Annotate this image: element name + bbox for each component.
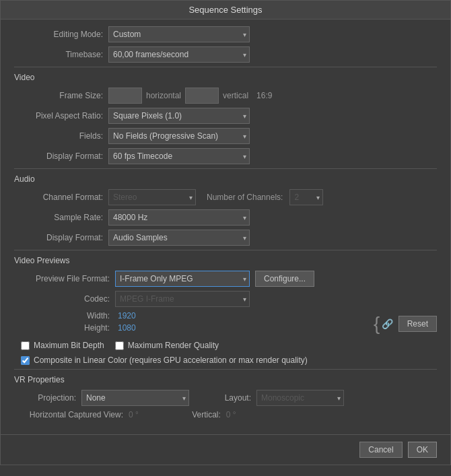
composite-linear-label: Composite in Linear Color (requires GPU … <box>34 355 308 365</box>
codec-row: Codec: MPEG I-Frame <box>14 291 437 307</box>
codec-select: MPEG I-Frame <box>115 291 250 307</box>
horizontal-captured-value: 0 ° <box>129 410 139 419</box>
fields-select[interactable]: No Fields (Progressive Scan) <box>108 128 250 144</box>
audio-section-header: Audio <box>14 168 437 186</box>
link-chain-icon: 🔗 <box>382 318 393 329</box>
horizontal-label: horizontal <box>142 91 185 100</box>
num-channels-select: 2 <box>289 189 323 205</box>
pixel-aspect-select[interactable]: Square Pixels (1.0) <box>108 108 250 124</box>
timebase-select[interactable]: 60,00 frames/second <box>108 46 250 63</box>
video-display-format-row: Display Format: 60 fps Timecode <box>14 148 437 164</box>
max-bit-depth-checkbox[interactable] <box>21 341 30 350</box>
pixel-aspect-select-wrapper[interactable]: Square Pixels (1.0) <box>108 108 250 124</box>
timebase-label: Timebase: <box>14 50 108 59</box>
preview-file-format-select[interactable]: I-Frame Only MPEG <box>115 271 250 287</box>
audio-display-format-select[interactable]: Audio Samples <box>108 230 250 246</box>
frame-size-label: Frame Size: <box>14 91 108 100</box>
title-bar: Sequence Settings <box>1 1 450 20</box>
link-bracket-area: } 🔗 Reset <box>374 311 437 337</box>
codec-label: Codec: <box>14 294 115 304</box>
configure-button[interactable]: Configure... <box>255 271 314 287</box>
vertical-label: vertical <box>219 91 252 100</box>
video-previews-section-header: Video Previews <box>14 250 437 268</box>
sample-rate-select[interactable]: 48000 Hz <box>108 209 250 226</box>
preview-file-format-row: Preview File Format: I-Frame Only MPEG C… <box>14 271 437 287</box>
preview-height-row: Height: 1080 <box>14 323 367 333</box>
pixel-aspect-label: Pixel Aspect Ratio: <box>14 111 108 121</box>
layout-select-wrapper: Monoscopic <box>256 390 344 406</box>
bracket-icon: } <box>374 314 380 333</box>
preview-height-value: 1080 <box>115 323 139 333</box>
max-bit-depth-label: Maximum Bit Depth <box>34 341 104 350</box>
layout-label: Layout: <box>203 393 256 403</box>
preview-file-format-select-wrapper[interactable]: I-Frame Only MPEG <box>115 271 250 287</box>
frame-height-input[interactable]: 1080 <box>185 88 219 104</box>
preview-width-value: 1920 <box>115 311 139 320</box>
frame-width-input[interactable]: 1920 <box>108 88 142 104</box>
channel-format-row: Channel Format: Stereo Number of Channel… <box>14 189 437 205</box>
captured-view-row: Horizontal Captured View: 0 ° Vertical: … <box>14 410 437 419</box>
vr-section-header: VR Properties <box>14 369 437 387</box>
horizontal-captured-label: Horizontal Captured View: <box>14 410 129 419</box>
sample-rate-row: Sample Rate: 48000 Hz <box>14 209 437 226</box>
video-display-format-select[interactable]: 60 fps Timecode <box>108 148 250 164</box>
editing-mode-select[interactable]: Custom <box>108 26 250 42</box>
sequence-settings-window: Sequence Settings Editing Mode: Custom T… <box>0 0 451 465</box>
num-channels-select-wrapper: 2 <box>289 189 323 205</box>
audio-display-format-select-wrapper[interactable]: Audio Samples <box>108 230 250 246</box>
max-bit-depth-row: Maximum Bit Depth <box>21 341 104 350</box>
footer: Cancel OK <box>1 434 450 465</box>
preview-height-label: Height: <box>14 323 115 333</box>
max-render-quality-label: Maximum Render Quality <box>128 341 219 350</box>
fields-row: Fields: No Fields (Progressive Scan) <box>14 128 437 144</box>
projection-select[interactable]: None <box>81 390 189 406</box>
audio-display-format-label: Display Format: <box>14 233 108 242</box>
channel-format-select-wrapper: Stereo <box>108 189 196 205</box>
channel-format-select: Stereo <box>108 189 196 205</box>
timebase-row: Timebase: 60,00 frames/second <box>14 46 437 63</box>
preview-width-label: Width: <box>14 311 115 320</box>
channel-format-label: Channel Format: <box>14 193 108 202</box>
sample-rate-select-wrapper[interactable]: 48000 Hz <box>108 209 250 226</box>
video-display-format-select-wrapper[interactable]: 60 fps Timecode <box>108 148 250 164</box>
composite-linear-checkbox[interactable] <box>21 356 30 365</box>
aspect-ratio: 16:9 <box>252 91 276 100</box>
cancel-button[interactable]: Cancel <box>359 442 402 458</box>
composite-linear-row: Composite in Linear Color (requires GPU … <box>14 355 437 365</box>
pixel-aspect-row: Pixel Aspect Ratio: Square Pixels (1.0) <box>14 108 437 124</box>
video-section-header: Video <box>14 67 437 85</box>
editing-mode-row: Editing Mode: Custom <box>14 26 437 42</box>
video-display-format-label: Display Format: <box>14 151 108 161</box>
max-render-quality-row: Maximum Render Quality <box>115 341 219 350</box>
fields-label: Fields: <box>14 131 108 141</box>
vertical-captured-label: Vertical: <box>179 410 226 419</box>
projection-layout-row: Projection: None Layout: Monoscopic <box>14 390 437 406</box>
layout-select: Monoscopic <box>256 390 344 406</box>
frame-size-row: Frame Size: 1920 horizontal 1080 vertica… <box>14 88 437 104</box>
max-render-quality-checkbox[interactable] <box>115 341 124 350</box>
projection-select-wrapper[interactable]: None <box>81 390 189 406</box>
codec-select-wrapper: MPEG I-Frame <box>115 291 250 307</box>
vertical-captured-value: 0 ° <box>226 410 236 419</box>
audio-display-format-row: Display Format: Audio Samples <box>14 230 437 246</box>
timebase-select-wrapper[interactable]: 60,00 frames/second <box>108 46 250 63</box>
num-channels-label: Number of Channels: <box>203 193 287 202</box>
editing-mode-label: Editing Mode: <box>14 30 108 39</box>
editing-mode-select-wrapper[interactable]: Custom <box>108 26 250 42</box>
preview-width-row: Width: 1920 <box>14 311 367 320</box>
projection-label: Projection: <box>14 393 81 403</box>
preview-file-format-label: Preview File Format: <box>14 274 115 283</box>
reset-button[interactable]: Reset <box>398 316 437 332</box>
fields-select-wrapper[interactable]: No Fields (Progressive Scan) <box>108 128 250 144</box>
ok-button[interactable]: OK <box>408 442 437 458</box>
sample-rate-label: Sample Rate: <box>14 213 108 222</box>
window-title: Sequence Settings <box>188 5 262 15</box>
